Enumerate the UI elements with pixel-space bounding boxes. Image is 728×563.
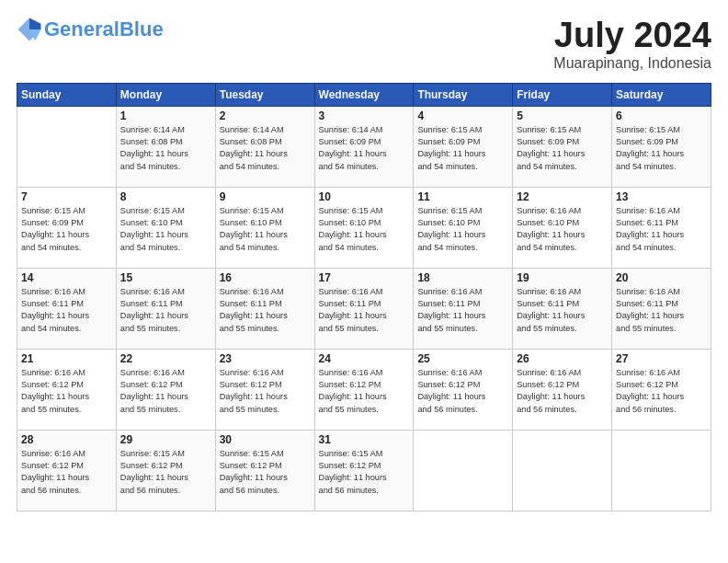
day-cell [513,430,612,511]
day-number: 3 [319,109,410,122]
day-number: 26 [517,352,608,365]
day-header-monday: Monday [116,83,215,106]
day-cell: 26Sunrise: 6:16 AMSunset: 6:12 PMDayligh… [513,349,612,430]
day-number: 16 [220,271,311,284]
day-detail: Sunrise: 6:15 AMSunset: 6:12 PMDaylight:… [220,448,311,497]
day-cell: 23Sunrise: 6:16 AMSunset: 6:12 PMDayligh… [215,349,314,430]
week-row-5: 28Sunrise: 6:16 AMSunset: 6:12 PMDayligh… [17,430,711,511]
logo: GeneralBlue [17,17,164,42]
day-number: 28 [21,433,112,446]
day-cell: 18Sunrise: 6:16 AMSunset: 6:11 PMDayligh… [414,268,513,349]
day-cell: 22Sunrise: 6:16 AMSunset: 6:12 PMDayligh… [116,349,215,430]
day-detail: Sunrise: 6:15 AMSunset: 6:09 PMDaylight:… [21,205,112,254]
day-detail: Sunrise: 6:16 AMSunset: 6:12 PMDaylight:… [517,367,608,416]
day-detail: Sunrise: 6:16 AMSunset: 6:11 PMDaylight:… [517,286,608,335]
day-detail: Sunrise: 6:15 AMSunset: 6:09 PMDaylight:… [417,124,508,173]
day-detail: Sunrise: 6:15 AMSunset: 6:10 PMDaylight:… [220,205,311,254]
day-cell: 7Sunrise: 6:15 AMSunset: 6:09 PMDaylight… [17,187,117,268]
day-header-wednesday: Wednesday [314,83,414,106]
day-detail: Sunrise: 6:15 AMSunset: 6:12 PMDaylight:… [120,448,211,497]
day-number: 6 [616,109,707,122]
day-detail: Sunrise: 6:16 AMSunset: 6:11 PMDaylight:… [417,286,508,335]
day-cell: 16Sunrise: 6:16 AMSunset: 6:11 PMDayligh… [215,268,314,349]
day-number: 23 [220,352,311,365]
day-cell: 3Sunrise: 6:14 AMSunset: 6:09 PMDaylight… [314,106,414,187]
day-detail: Sunrise: 6:16 AMSunset: 6:12 PMDaylight:… [120,367,211,416]
day-header-saturday: Saturday [612,83,711,106]
svg-marker-1 [29,18,40,29]
calendar-table: SundayMondayTuesdayWednesdayThursdayFrid… [17,83,711,511]
day-number: 31 [319,433,410,446]
day-number: 14 [21,271,112,284]
day-detail: Sunrise: 6:16 AMSunset: 6:12 PMDaylight:… [319,367,410,416]
day-cell: 24Sunrise: 6:16 AMSunset: 6:12 PMDayligh… [314,349,414,430]
day-cell: 5Sunrise: 6:15 AMSunset: 6:09 PMDaylight… [513,106,612,187]
day-number: 2 [220,109,311,122]
logo-icon [17,17,42,42]
logo-line1: General [44,17,119,40]
day-detail: Sunrise: 6:14 AMSunset: 6:09 PMDaylight:… [319,124,410,173]
month-title: July 2024 [553,17,711,55]
day-cell: 10Sunrise: 6:15 AMSunset: 6:10 PMDayligh… [314,187,414,268]
day-detail: Sunrise: 6:16 AMSunset: 6:12 PMDaylight:… [616,367,707,416]
day-number: 8 [120,190,211,203]
day-header-friday: Friday [513,83,612,106]
day-cell: 13Sunrise: 6:16 AMSunset: 6:11 PMDayligh… [612,187,711,268]
day-number: 29 [120,433,211,446]
day-detail: Sunrise: 6:15 AMSunset: 6:09 PMDaylight:… [517,124,608,173]
day-cell: 9Sunrise: 6:15 AMSunset: 6:10 PMDaylight… [215,187,314,268]
day-detail: Sunrise: 6:14 AMSunset: 6:08 PMDaylight:… [220,124,311,173]
day-number: 19 [517,271,608,284]
day-number: 1 [120,109,211,122]
day-detail: Sunrise: 6:16 AMSunset: 6:11 PMDaylight:… [220,286,311,335]
title-block: July 2024 Muarapinang, Indonesia [553,17,711,72]
day-number: 27 [616,352,707,365]
day-detail: Sunrise: 6:15 AMSunset: 6:12 PMDaylight:… [319,448,410,497]
day-number: 20 [616,271,707,284]
week-row-1: 1Sunrise: 6:14 AMSunset: 6:08 PMDaylight… [17,106,711,187]
day-detail: Sunrise: 6:15 AMSunset: 6:10 PMDaylight:… [319,205,410,254]
page: GeneralBlue July 2024 Muarapinang, Indon… [0,0,728,563]
header: GeneralBlue July 2024 Muarapinang, Indon… [17,17,711,72]
day-cell: 6Sunrise: 6:15 AMSunset: 6:09 PMDaylight… [612,106,711,187]
day-cell: 12Sunrise: 6:16 AMSunset: 6:10 PMDayligh… [513,187,612,268]
day-cell: 20Sunrise: 6:16 AMSunset: 6:11 PMDayligh… [612,268,711,349]
location-title: Muarapinang, Indonesia [553,55,711,72]
day-header-sunday: Sunday [17,83,117,106]
day-detail: Sunrise: 6:14 AMSunset: 6:08 PMDaylight:… [120,124,211,173]
day-number: 13 [616,190,707,203]
day-cell: 31Sunrise: 6:15 AMSunset: 6:12 PMDayligh… [314,430,414,511]
day-number: 24 [319,352,410,365]
day-cell: 30Sunrise: 6:15 AMSunset: 6:12 PMDayligh… [215,430,314,511]
day-number: 9 [220,190,311,203]
day-number: 18 [417,271,508,284]
day-detail: Sunrise: 6:16 AMSunset: 6:11 PMDaylight:… [319,286,410,335]
day-detail: Sunrise: 6:16 AMSunset: 6:11 PMDaylight:… [616,286,707,335]
day-cell: 17Sunrise: 6:16 AMSunset: 6:11 PMDayligh… [314,268,414,349]
day-cell: 11Sunrise: 6:15 AMSunset: 6:10 PMDayligh… [414,187,513,268]
day-detail: Sunrise: 6:16 AMSunset: 6:12 PMDaylight:… [21,448,112,497]
day-detail: Sunrise: 6:16 AMSunset: 6:11 PMDaylight:… [616,205,707,254]
day-number: 5 [517,109,608,122]
day-cell: 19Sunrise: 6:16 AMSunset: 6:11 PMDayligh… [513,268,612,349]
day-cell [414,430,513,511]
day-detail: Sunrise: 6:15 AMSunset: 6:10 PMDaylight:… [120,205,211,254]
day-number: 10 [319,190,410,203]
logo-line2: Blue [119,17,164,40]
day-cell: 21Sunrise: 6:16 AMSunset: 6:12 PMDayligh… [17,349,117,430]
day-cell: 28Sunrise: 6:16 AMSunset: 6:12 PMDayligh… [17,430,117,511]
day-number: 7 [21,190,112,203]
day-cell: 27Sunrise: 6:16 AMSunset: 6:12 PMDayligh… [612,349,711,430]
day-number: 12 [517,190,608,203]
day-number: 30 [220,433,311,446]
day-detail: Sunrise: 6:16 AMSunset: 6:12 PMDaylight:… [21,367,112,416]
day-cell: 1Sunrise: 6:14 AMSunset: 6:08 PMDaylight… [116,106,215,187]
day-number: 15 [120,271,211,284]
day-cell [17,106,117,187]
day-cell [612,430,711,511]
day-cell: 14Sunrise: 6:16 AMSunset: 6:11 PMDayligh… [17,268,117,349]
week-row-2: 7Sunrise: 6:15 AMSunset: 6:09 PMDaylight… [17,187,711,268]
week-row-4: 21Sunrise: 6:16 AMSunset: 6:12 PMDayligh… [17,349,711,430]
day-cell: 2Sunrise: 6:14 AMSunset: 6:08 PMDaylight… [215,106,314,187]
day-cell: 15Sunrise: 6:16 AMSunset: 6:11 PMDayligh… [116,268,215,349]
